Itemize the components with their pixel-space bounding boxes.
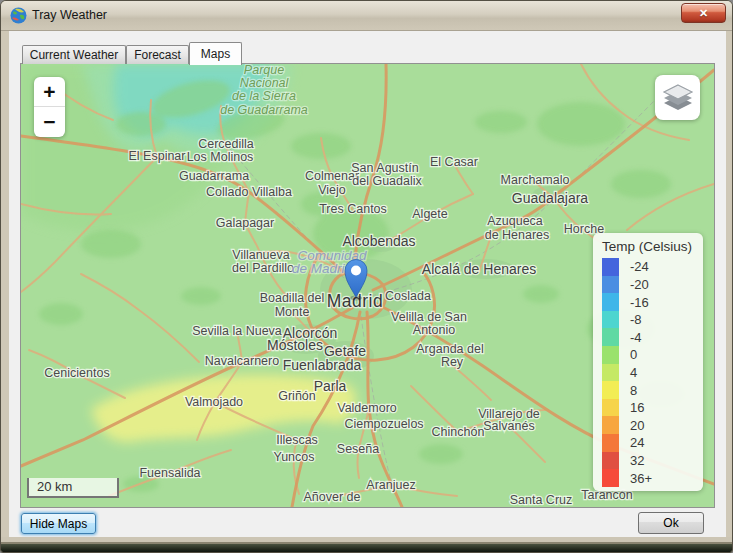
legend-swatch bbox=[602, 328, 619, 346]
map-label: Boadilla del bbox=[260, 291, 325, 305]
map-label: del Guadalix bbox=[352, 174, 422, 188]
map-label: Navalcarnero bbox=[205, 354, 279, 368]
minus-icon: − bbox=[43, 110, 55, 133]
legend-entry: 20 bbox=[602, 416, 703, 434]
legend-value: 32 bbox=[630, 453, 644, 468]
legend-entry: -8 bbox=[602, 311, 703, 329]
legend-swatch bbox=[602, 364, 619, 382]
legend-title: Temp (Celsius) bbox=[602, 239, 703, 254]
legend-entry: 0 bbox=[602, 346, 703, 364]
map-label: Valdemoro bbox=[337, 401, 397, 415]
titlebar: Tray Weather ✕ bbox=[1, 1, 732, 31]
map-label: Illescas bbox=[276, 433, 318, 447]
close-button[interactable]: ✕ bbox=[681, 3, 726, 23]
plus-icon: + bbox=[43, 80, 55, 103]
map-label: Viejo bbox=[318, 183, 346, 197]
map-label: Nacional bbox=[240, 76, 290, 90]
ok-button[interactable]: Ok bbox=[638, 512, 704, 534]
map-label: Marchamalo bbox=[501, 173, 570, 187]
legend-value: 24 bbox=[630, 435, 644, 450]
map-label: de Guadarrama bbox=[220, 103, 308, 117]
map-label: El Espinar bbox=[129, 149, 186, 163]
legend-value: -20 bbox=[630, 277, 649, 292]
map-label: Yuncos bbox=[273, 450, 314, 464]
map-label: Galapagar bbox=[216, 216, 274, 230]
map-label: de Henares bbox=[485, 228, 550, 242]
tray-weather-window: Tray Weather ✕ Current Weather Forecast … bbox=[0, 0, 733, 553]
map-label: Los Molinos bbox=[187, 150, 254, 164]
map-label: Sevilla la Nueva bbox=[192, 324, 282, 338]
legend-value: -16 bbox=[630, 295, 649, 310]
tab-forecast[interactable]: Forecast bbox=[126, 45, 189, 64]
legend-value: -4 bbox=[630, 330, 642, 345]
legend-value: -8 bbox=[630, 312, 642, 327]
page-title: Tray Weather bbox=[32, 1, 107, 31]
map-label: Añover de bbox=[304, 490, 361, 504]
map-label: Villanueva bbox=[232, 248, 290, 262]
temperature-legend: Temp (Celsius) -24-20-16-8-4048162024323… bbox=[593, 233, 703, 491]
map-scale: 20 km bbox=[27, 478, 119, 498]
map-label: Algete bbox=[412, 207, 447, 221]
map-label: Fuensalida bbox=[139, 466, 200, 480]
map-label: Guadarrama bbox=[179, 169, 249, 183]
legend-rows: -24-20-16-8-40481620243236+ bbox=[602, 258, 703, 487]
legend-value: 4 bbox=[630, 365, 637, 380]
legend-entry: -4 bbox=[602, 328, 703, 346]
legend-entry: -16 bbox=[602, 293, 703, 311]
legend-swatch bbox=[602, 276, 619, 294]
legend-swatch bbox=[602, 258, 619, 276]
legend-swatch bbox=[602, 452, 619, 470]
legend-swatch bbox=[602, 311, 619, 329]
map-label: de Madrid bbox=[292, 261, 353, 276]
map-label: Arganda del bbox=[416, 342, 483, 356]
legend-swatch bbox=[602, 381, 619, 399]
legend-value: 0 bbox=[630, 347, 637, 362]
legend-entry: -20 bbox=[602, 276, 703, 294]
map-label: Azuqueca bbox=[487, 214, 543, 228]
legend-swatch bbox=[602, 399, 619, 417]
map-label: Alcalá de Henares bbox=[422, 261, 536, 277]
map-label: Monte bbox=[275, 305, 310, 319]
zoom-out-button[interactable]: − bbox=[34, 107, 65, 137]
zoom-in-button[interactable]: + bbox=[34, 77, 65, 107]
frame-bottom-edge bbox=[1, 544, 732, 552]
map-label: Velilla de San bbox=[391, 310, 467, 324]
map-label: del Pardillo bbox=[232, 261, 294, 275]
map-label: Aranjuez bbox=[366, 478, 415, 492]
map-label: Griñón bbox=[278, 389, 316, 403]
legend-entry: -24 bbox=[602, 258, 703, 276]
legend-value: 20 bbox=[630, 418, 644, 433]
map-label: Cenicientos bbox=[44, 366, 109, 380]
globe-icon bbox=[10, 7, 27, 24]
legend-value: -24 bbox=[630, 259, 649, 274]
close-icon: ✕ bbox=[699, 7, 708, 19]
tab-maps[interactable]: Maps bbox=[189, 42, 242, 65]
legend-entry: 4 bbox=[602, 364, 703, 382]
map-label: Coslada bbox=[385, 289, 431, 303]
map-label: Collado Villalba bbox=[206, 185, 292, 199]
layers-button[interactable] bbox=[655, 75, 700, 120]
map[interactable]: ParqueNacionalde la Sierrade GuadarramaC… bbox=[20, 63, 715, 508]
legend-value: 16 bbox=[630, 400, 644, 415]
map-label: Fuenlabrada bbox=[283, 357, 362, 373]
legend-swatch bbox=[602, 416, 619, 434]
map-label: de la Sierra bbox=[232, 89, 296, 103]
legend-entry: 16 bbox=[602, 399, 703, 417]
zoom-control: + − bbox=[34, 77, 65, 137]
legend-swatch bbox=[602, 293, 619, 311]
client-area: Current Weather Forecast Maps bbox=[9, 31, 726, 539]
map-label: Valmojado bbox=[185, 395, 243, 409]
map-label: Seseña bbox=[337, 442, 379, 456]
legend-swatch bbox=[602, 346, 619, 364]
tab-current-weather[interactable]: Current Weather bbox=[22, 45, 126, 64]
legend-value: 36+ bbox=[630, 471, 652, 486]
hide-maps-button[interactable]: Hide Maps bbox=[21, 513, 96, 534]
map-label: Santa Cruz bbox=[510, 493, 573, 507]
legend-entry: 24 bbox=[602, 434, 703, 452]
legend-value: 8 bbox=[630, 383, 637, 398]
map-label: El Casar bbox=[430, 155, 478, 169]
map-label: Parla bbox=[314, 378, 347, 394]
map-label: Móstoles bbox=[267, 337, 323, 353]
legend-swatch bbox=[602, 434, 619, 452]
map-label: Tres Cantos bbox=[319, 202, 387, 216]
